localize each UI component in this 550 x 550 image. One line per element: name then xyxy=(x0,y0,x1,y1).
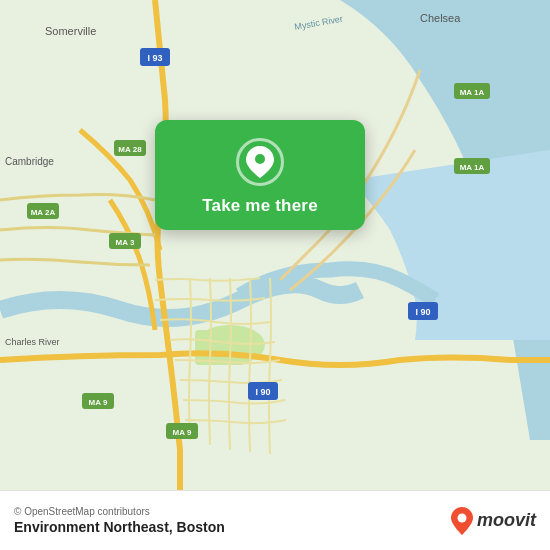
location-name: Environment Northeast, Boston xyxy=(14,519,225,535)
svg-text:Chelsea: Chelsea xyxy=(420,12,461,24)
osm-credit: © OpenStreetMap contributors xyxy=(14,506,225,517)
svg-text:MA 28: MA 28 xyxy=(118,145,142,154)
svg-point-28 xyxy=(255,154,265,164)
svg-point-29 xyxy=(457,513,466,522)
svg-text:MA 9: MA 9 xyxy=(173,428,192,437)
moovit-text: moovit xyxy=(477,510,536,531)
bottom-bar: © OpenStreetMap contributors Environment… xyxy=(0,490,550,550)
svg-text:I 93: I 93 xyxy=(147,53,162,63)
svg-text:Cambridge: Cambridge xyxy=(5,156,54,167)
svg-text:Somerville: Somerville xyxy=(45,25,96,37)
bottom-left-info: © OpenStreetMap contributors Environment… xyxy=(14,506,225,535)
svg-text:MA 1A: MA 1A xyxy=(460,163,485,172)
location-pin-icon xyxy=(236,138,284,186)
map-container: I 93 I 90 I 90 MA 28 MA 2A MA 3 MA 9 MA … xyxy=(0,0,550,490)
popup-card[interactable]: Take me there xyxy=(155,120,365,230)
svg-text:MA 9: MA 9 xyxy=(89,398,108,407)
svg-text:I 90: I 90 xyxy=(415,307,430,317)
svg-text:Charles River: Charles River xyxy=(5,337,60,347)
svg-text:I 90: I 90 xyxy=(255,387,270,397)
svg-text:MA 2A: MA 2A xyxy=(31,208,56,217)
take-me-there-label: Take me there xyxy=(202,196,318,216)
moovit-pin-icon xyxy=(451,507,473,535)
moovit-logo: moovit xyxy=(451,507,536,535)
svg-text:MA 1A: MA 1A xyxy=(460,88,485,97)
svg-text:MA 3: MA 3 xyxy=(116,238,135,247)
